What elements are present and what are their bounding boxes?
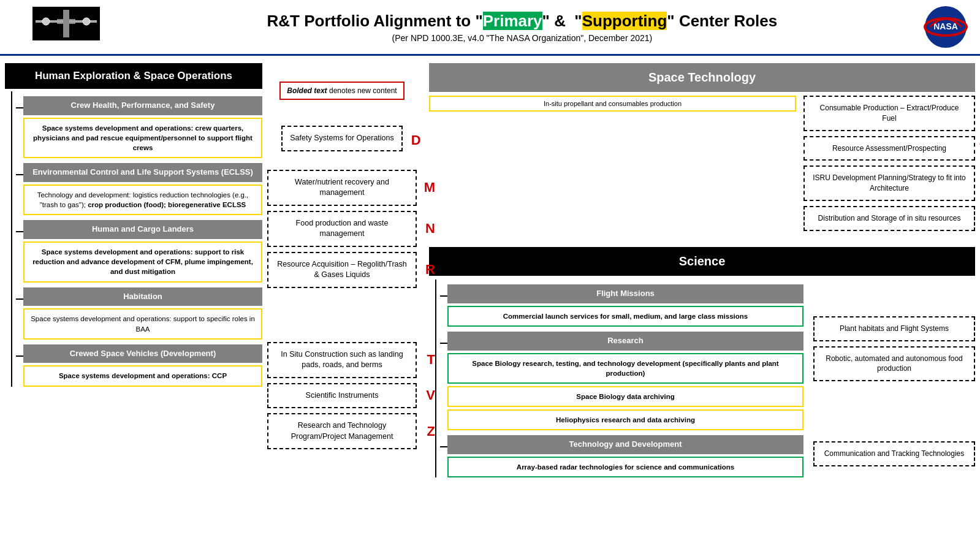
page-header: Exploration Research and Technology Prog… xyxy=(0,0,980,56)
dashed-box-W: Resource Assessment/Prospecting xyxy=(803,136,975,161)
page-title-area: R&T Portfolio Alignment to "Primary" & "… xyxy=(123,12,921,43)
dashed-wrapper-P: Robotic, automated and autonomous food p… xyxy=(813,346,975,382)
dashed-wrapper-U: Distribution and Storage of in situ reso… xyxy=(803,206,975,231)
section-habitation: Habitation Space systems development and… xyxy=(17,287,262,340)
main-title: R&T Portfolio Alignment to "Primary" & "… xyxy=(123,12,921,31)
dashed-wrapper-Z: Research and Technology Program/Project … xyxy=(267,413,417,449)
dashed-box-M: Water/nutrient recovery and management xyxy=(267,170,417,206)
dashed-box-Z: Research and Technology Program/Project … xyxy=(267,413,417,449)
left-tree-container: Crew Health, Performance, and Safety Spa… xyxy=(5,91,262,386)
eclss-header: Environmental Control and Life Support S… xyxy=(23,163,262,182)
svg-text:NASA: NASA xyxy=(933,21,958,31)
op-group: Plant habitats and Flight Systems O Robo… xyxy=(813,316,975,386)
research-section: Research Space Biology research, testing… xyxy=(441,332,803,430)
note-box: Bolded text denotes new content xyxy=(279,82,404,100)
space-tech-right-col: Consumable Production – Extract/Produce … xyxy=(803,96,975,236)
section-eclss: Environmental Control and Life Support S… xyxy=(17,163,262,215)
connector-research xyxy=(440,343,447,344)
research-green-item: Space Biology research, testing, and tec… xyxy=(447,353,803,384)
dashed-wrapper-W: Resource Assessment/Prospecting W xyxy=(803,136,975,161)
dashed-box-Q: ISRU Development Planning/Strategy to fi… xyxy=(803,165,975,201)
dashed-wrapper-T: In Situ Construction such as landing pad… xyxy=(267,342,417,378)
habitation-header: Habitation xyxy=(23,287,262,306)
iss-logo-icon xyxy=(32,7,100,40)
crew-health-header: Crew Health, Performance, and Safety xyxy=(23,96,262,115)
tech-dev-section: Technology and Development Array-based r… xyxy=(441,435,803,477)
dashed-box-V: Scientific Instruments xyxy=(267,383,417,409)
space-tech-content: In-situ propellant and consumables produ… xyxy=(429,96,975,236)
primary-label: Primary xyxy=(483,12,542,30)
research-yellow-item-1: Space Biology data archiving xyxy=(447,386,803,407)
dashed-wrapper-Q: ISRU Development Planning/Strategy to fi… xyxy=(803,165,975,201)
science-section: Science Flight Missions Commercial launc… xyxy=(429,242,975,477)
science-left-container: Flight Missions Commercial launch servic… xyxy=(429,279,803,477)
crewed-vehicles-item: Space systems development and operations… xyxy=(23,365,262,386)
dashed-box-E: Communication and Tracking Technologies xyxy=(813,441,975,466)
connector-habitation xyxy=(16,298,23,300)
dashed-box-N: Food production and waste management xyxy=(267,211,417,247)
science-content: Flight Missions Commercial launch servic… xyxy=(429,279,975,477)
dashed-group-MNR: Water/nutrient recovery and management M… xyxy=(267,170,417,293)
connector-landers xyxy=(16,231,23,232)
letter-M: M xyxy=(424,180,435,196)
dashed-wrapper-O: Plant habitats and Flight Systems O xyxy=(813,316,975,341)
main-content: Human Exploration & Space Operations Cre… xyxy=(0,56,980,546)
dashed-box-T: In Situ Construction such as landing pad… xyxy=(267,342,417,378)
science-tree-line xyxy=(435,279,441,477)
note-rest: denotes new content xyxy=(327,86,397,95)
science-sections-col: Flight Missions Commercial launch servic… xyxy=(441,279,803,477)
dashed-box-R: Resource Acquisition – Regolith/Trash & … xyxy=(267,252,417,288)
dashed-box-P: Robotic, automated and autonomous food p… xyxy=(813,346,975,382)
science-right-col: Plant habitats and Flight Systems O Robo… xyxy=(803,279,975,477)
nasa-logo-area: NASA xyxy=(921,5,970,49)
connector-tech xyxy=(440,446,447,447)
section-crew-health: Crew Health, Performance, and Safety Spa… xyxy=(17,96,262,158)
letter-N: N xyxy=(425,221,435,237)
insitu-box: In-situ propellant and consumables produ… xyxy=(429,96,796,112)
connector-crewed xyxy=(16,355,23,357)
letter-Z: Z xyxy=(427,424,435,439)
dashed-box-O: Plant habitats and Flight Systems xyxy=(813,316,975,341)
letter-D: D xyxy=(411,132,421,148)
dashed-wrapper-N: Food production and waste management N xyxy=(267,211,417,247)
space-tech-section: Space Technology In-situ propellant and … xyxy=(429,63,975,236)
flight-missions-header: Flight Missions xyxy=(447,284,803,303)
e-group: Communication and Tracking Technologies … xyxy=(813,441,975,471)
dashed-wrapper-V: Scientific Instruments V xyxy=(267,383,417,409)
science-header: Science xyxy=(429,247,975,276)
letter-R: R xyxy=(425,262,435,278)
research-header: Research xyxy=(447,332,803,351)
dashed-wrapper-D: Safety Systems for Operations D xyxy=(281,126,403,155)
research-yellow-item-2: Heliophysics research and data archiving xyxy=(447,409,803,430)
space-tech-left-col: In-situ propellant and consumables produ… xyxy=(429,96,796,236)
dashed-box-U: Distribution and Storage of in situ reso… xyxy=(803,206,975,231)
heso-title-box: Human Exploration & Space Operations xyxy=(5,63,262,89)
dashed-box-S: Consumable Production – Extract/Produce … xyxy=(803,96,975,131)
section-landers: Human and Cargo Landers Space systems de… xyxy=(17,220,262,282)
connector-crew xyxy=(16,107,23,108)
eclss-item: Technology and development: logistics re… xyxy=(23,184,262,215)
letter-T: T xyxy=(427,352,435,368)
dashed-wrapper-E: Communication and Tracking Technologies … xyxy=(813,441,975,466)
habitation-item: Space systems development and operations… xyxy=(23,308,262,339)
right-panel: Space Technology In-situ propellant and … xyxy=(422,63,975,539)
svg-point-4 xyxy=(42,18,50,25)
dashed-wrapper-S: Consumable Production – Extract/Produce … xyxy=(803,96,975,131)
iss-logo-text: Exploration Research and Technology Prog… xyxy=(10,42,123,48)
crewed-vehicles-header: Crewed Space Vehicles (Development) xyxy=(23,344,262,363)
nasa-logo-icon: NASA xyxy=(924,5,968,49)
tech-dev-item: Array-based radar technologies for scien… xyxy=(447,457,803,477)
connector-flight xyxy=(440,295,447,297)
supporting-label: Supporting xyxy=(582,12,667,30)
dashed-group-TVZ: In Situ Construction such as landing pad… xyxy=(267,342,417,455)
tech-dev-header: Technology and Development xyxy=(447,435,803,454)
left-panel: Human Exploration & Space Operations Cre… xyxy=(5,63,262,539)
section-crewed-vehicles: Crewed Space Vehicles (Development) Spac… xyxy=(17,344,262,387)
dashed-box-D: Safety Systems for Operations xyxy=(281,126,403,151)
flight-missions-section: Flight Missions Commercial launch servic… xyxy=(441,284,803,327)
subtitle: (Per NPD 1000.3E, v4.0 "The NASA Organiz… xyxy=(123,33,921,43)
left-sections: Crew Health, Performance, and Safety Spa… xyxy=(17,91,262,386)
middle-panel: Bolded text denotes new content Safety S… xyxy=(262,63,422,539)
flight-missions-item: Commercial launch services for small, me… xyxy=(447,306,803,327)
svg-rect-3 xyxy=(63,10,69,37)
